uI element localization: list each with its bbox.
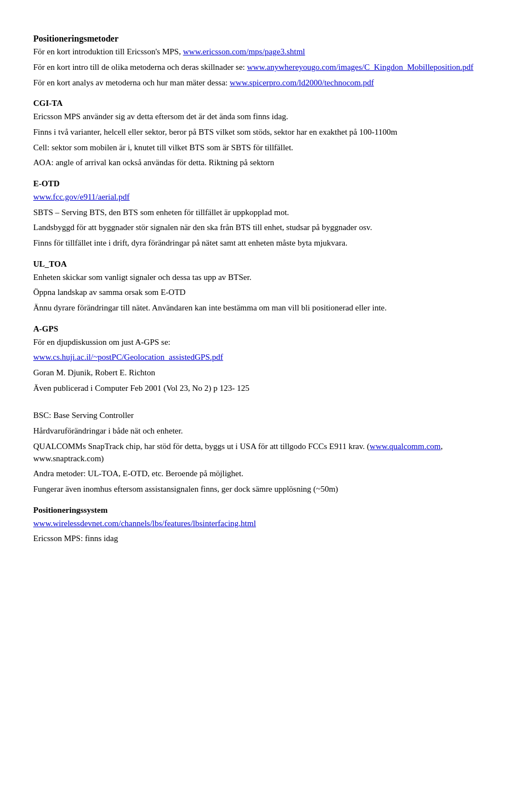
heading-e-otd: E-OTD <box>33 178 499 190</box>
section-ul-toa: UL_TOA Enheten skickar som vanligt signa… <box>33 258 499 314</box>
heading-positioneringssystem: Positioneringssystem <box>33 504 499 517</box>
para-pm-1: För en kort introduktion till Ericsson's… <box>33 46 499 58</box>
section-a-gps: A-GPS För en djupdiskussion om just A-GP… <box>33 323 499 496</box>
para-cgi-2: Finns i två varianter, helcell eller sek… <box>33 126 499 139</box>
para-agps-indoor: Fungerar även inomhus eftersom assistans… <box>33 483 499 496</box>
page-content: Positioneringsmetoder För en kort introd… <box>33 32 499 545</box>
para-cgi-4: AOA: angle of arrival kan också användas… <box>33 157 499 169</box>
para-agps-authors: Goran M. Djunik, Robert E. Richton <box>33 367 499 379</box>
para-eotd-3: Landsbyggd för att byggnader stör signal… <box>33 222 499 234</box>
link-spicerpro[interactable]: www.spicerpro.com/ld2000/technocom.pdf <box>229 78 374 87</box>
para-ps-1: www.wirelessdevnet.com/channels/lbs/feat… <box>33 518 499 530</box>
section-positioneringsmetoder: Positioneringsmetoder För en kort introd… <box>33 32 499 89</box>
section-cgi-ta: CGI-TA Ericsson MPS använder sig av dett… <box>33 98 499 169</box>
para-eotd-1: www.fcc.gov/e911/aerial.pdf <box>33 191 499 203</box>
heading-a-gps: A-GPS <box>33 323 499 335</box>
para-agps-qualcomm: QUALCOMMs SnapTrack chip, har stöd för d… <box>33 441 499 465</box>
para-agps-other: Andra metoder: UL-TOA, E-OTD, etc. Beroe… <box>33 468 499 480</box>
heading-positioneringsmetoder: Positioneringsmetoder <box>33 32 499 45</box>
link-fcc-aerial[interactable]: www.fcc.gov/e911/aerial.pdf <box>33 192 130 201</box>
link-anywhereyougo[interactable]: www.anywhereyougo.com/images/C_Kingdon_M… <box>247 63 474 72</box>
para-ps-2: Ericsson MPS: finns idag <box>33 533 499 545</box>
heading-ul-toa: UL_TOA <box>33 258 499 271</box>
link-qualcomm[interactable]: www.qualcomm.com <box>370 442 441 451</box>
para-ultoa-3: Ännu dyrare förändringar till nätet. Anv… <box>33 302 499 314</box>
para-eotd-4: Finns för tillfället inte i drift, dyra … <box>33 237 499 249</box>
para-agps-1: För en djupdiskussion om just A-GPS se: <box>33 337 499 349</box>
para-pm-3: För en kort analys av metoderna och hur … <box>33 77 499 89</box>
para-pm-2: För en kort intro till de olika metodern… <box>33 62 499 74</box>
link-agps-pdf[interactable]: www.cs.huji.ac.il/~postPC/Geolocation_as… <box>33 353 223 361</box>
para-cgi-1: Ericsson MPS använder sig av detta efter… <box>33 111 499 123</box>
link-ericsson-mps[interactable]: www.ericsson.com/mps/page3.shtml <box>183 47 305 56</box>
para-agps-link: www.cs.huji.ac.il/~postPC/Geolocation_as… <box>33 351 499 364</box>
link-wirelessdevnet[interactable]: www.wirelessdevnet.com/channels/lbs/feat… <box>33 519 256 528</box>
para-ultoa-2: Öppna landskap av samma orsak som E-OTD <box>33 287 499 299</box>
para-agps-hardware: Hårdvaruförändringar i både nät och enhe… <box>33 425 499 437</box>
para-ultoa-1: Enheten skickar som vanligt signaler och… <box>33 272 499 284</box>
para-agps-bsc: BSC: Base Serving Controller <box>33 410 499 422</box>
para-agps-published: Även publicerad i Computer Feb 2001 (Vol… <box>33 383 499 395</box>
heading-cgi-ta: CGI-TA <box>33 98 499 110</box>
para-eotd-2: SBTS – Serving BTS, den BTS som enheten … <box>33 207 499 219</box>
section-positioneringssystem: Positioneringssystem www.wirelessdevnet.… <box>33 504 499 545</box>
section-e-otd: E-OTD www.fcc.gov/e911/aerial.pdf SBTS –… <box>33 178 499 249</box>
para-cgi-3: Cell: sektor som mobilen är i, knutet ti… <box>33 142 499 154</box>
